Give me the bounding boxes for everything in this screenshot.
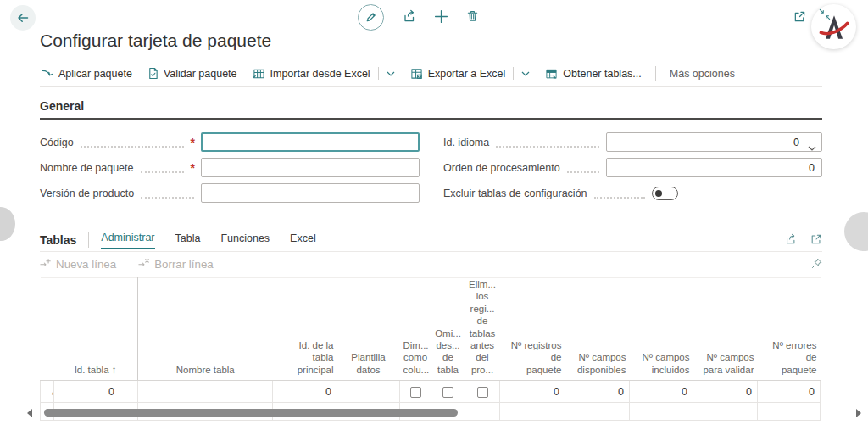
- nombre-paquete-label: Nombre de paquete: [40, 162, 134, 174]
- back-button[interactable]: [10, 5, 36, 31]
- codigo-field-row: Código *: [40, 132, 420, 152]
- dotted-leader: [141, 188, 194, 199]
- col-id-tabla[interactable]: Id. tabla ↑: [54, 278, 120, 381]
- col-omitir-desc-tabla[interactable]: Omi... des... de tabla: [431, 278, 465, 381]
- scroll-left-arrow[interactable]: [27, 409, 32, 417]
- focused-cell[interactable]: [120, 381, 138, 403]
- tab-tabla[interactable]: Tabla: [175, 232, 201, 249]
- id-idioma-combobox[interactable]: [606, 132, 822, 152]
- chevron-down-icon[interactable]: [808, 139, 816, 154]
- plus-icon: [434, 9, 448, 24]
- plantilla-datos-cell[interactable]: [337, 381, 400, 403]
- num-registros-cell[interactable]: 0: [500, 381, 565, 403]
- col-focus: [120, 278, 138, 381]
- tables-tab-strip: Administrar Tabla Funciones Excel: [101, 232, 315, 249]
- separator: [88, 232, 89, 248]
- col-num-campos-disponibles[interactable]: Nº campos disponibles: [565, 278, 630, 381]
- get-tables-button[interactable]: Obtener tablas...: [543, 68, 643, 80]
- trash-icon: [466, 9, 479, 23]
- tab-administrar[interactable]: Administrar: [101, 232, 154, 249]
- orden-procesamiento-field-row: Orden de procesamiento: [443, 158, 822, 177]
- scroll-right-arrow[interactable]: [856, 409, 861, 417]
- codigo-input[interactable]: [201, 132, 420, 152]
- import-from-excel-button[interactable]: Importar desde Excel: [251, 68, 372, 80]
- col-num-campos-incluidos[interactable]: Nº campos incluidos: [630, 278, 693, 381]
- version-producto-input[interactable]: [201, 183, 420, 203]
- chevron-down-icon: [521, 71, 530, 76]
- col-num-errores[interactable]: Nº errores de paquete: [758, 278, 821, 381]
- share-icon: [784, 233, 797, 245]
- pin-button[interactable]: [811, 258, 822, 271]
- table-excel-icon: [410, 68, 423, 80]
- more-options-button[interactable]: Más opciones: [668, 68, 737, 80]
- nombre-paquete-input[interactable]: [201, 158, 420, 177]
- pencil-icon: [364, 11, 377, 24]
- popout-icon: [793, 10, 806, 23]
- row-selector-cell[interactable]: →: [41, 381, 54, 403]
- checkbox-unchecked[interactable]: [442, 387, 453, 398]
- num-campos-incluidos-cell[interactable]: 0: [630, 381, 693, 403]
- dotted-leader: [594, 188, 645, 199]
- delete-record-button[interactable]: [466, 9, 479, 25]
- num-campos-disponibles-cell[interactable]: 0: [565, 381, 630, 403]
- import-dropdown-button[interactable]: [385, 71, 397, 76]
- num-campos-validar-cell[interactable]: 0: [693, 381, 758, 403]
- col-nombre-tabla[interactable]: Nombre tabla: [138, 278, 273, 381]
- col-num-registros[interactable]: Nº registros de paquete: [500, 278, 565, 381]
- dim-como-columna-cell[interactable]: [400, 381, 431, 403]
- table-get-icon: [545, 68, 558, 80]
- dotted-leader: [567, 163, 599, 173]
- excluir-tablas-toggle[interactable]: [652, 187, 678, 200]
- export-dropdown-button[interactable]: [520, 71, 531, 76]
- tables-section: Tablas Administrar Tabla Funciones Excel: [40, 229, 822, 421]
- col-plantilla-datos[interactable]: Plantilla datos: [337, 278, 400, 381]
- checkbox-unchecked[interactable]: [477, 387, 488, 398]
- tab-excel[interactable]: Excel: [290, 232, 316, 249]
- current-row-arrow-icon: →: [46, 386, 54, 398]
- tables-title[interactable]: Tablas: [40, 233, 76, 247]
- delete-line-label: Borrar línea: [154, 258, 214, 271]
- top-bar: [0, 0, 868, 34]
- id-idioma-input[interactable]: [606, 132, 822, 152]
- general-heading[interactable]: General: [40, 99, 822, 120]
- codigo-label: Código: [40, 137, 74, 148]
- orden-procesamiento-input[interactable]: [606, 158, 822, 177]
- apply-arrow-icon: [42, 68, 53, 79]
- collapse-button[interactable]: [819, 8, 831, 23]
- share-icon: [402, 9, 416, 23]
- export-to-excel-button[interactable]: Exportar a Excel: [409, 68, 508, 80]
- popout-icon: [810, 233, 822, 245]
- version-producto-field-row: Versión de producto: [40, 183, 420, 203]
- tab-funciones[interactable]: Funciones: [220, 232, 270, 249]
- scrollbar-thumb[interactable]: [44, 409, 458, 417]
- excluir-tablas-field-row: Excluir tablas de configuración: [443, 183, 822, 203]
- excluir-tablas-label: Excluir tablas de configuración: [443, 187, 587, 199]
- required-marker: *: [191, 161, 195, 175]
- eliminar-registros-cell[interactable]: [465, 381, 500, 403]
- share-button[interactable]: [402, 9, 416, 25]
- horizontal-scrollbar[interactable]: [27, 408, 861, 417]
- col-num-campos-validar[interactable]: Nº campos para validar: [693, 278, 758, 381]
- new-record-button[interactable]: [434, 9, 448, 26]
- col-eliminar-registros[interactable]: Elim... los regi... de tablas antes del …: [465, 278, 500, 381]
- omitir-desc-tabla-cell[interactable]: [431, 381, 465, 403]
- apply-package-button[interactable]: Aplicar paquete: [40, 68, 134, 80]
- id-tabla-principal-cell[interactable]: 0: [273, 381, 337, 403]
- grid-header-row: Id. tabla ↑ Nombre tabla Id. de la tabla…: [41, 278, 821, 381]
- open-in-new-window-button[interactable]: [793, 10, 806, 25]
- col-dim-como-columna[interactable]: Dim... como colu...: [400, 278, 431, 381]
- col-id-tabla-principal[interactable]: Id. de la tabla principal: [273, 278, 337, 381]
- num-errores-cell[interactable]: 0: [758, 381, 821, 403]
- separator: [655, 66, 656, 81]
- floating-widget-left: [0, 207, 15, 241]
- validate-package-button[interactable]: Validar paquete: [146, 67, 239, 80]
- checkbox-unchecked[interactable]: [410, 387, 421, 398]
- action-bar: Aplicar paquete Validar paquete Importar…: [40, 64, 822, 87]
- expand-part-button[interactable]: [810, 233, 822, 248]
- edit-button[interactable]: [358, 4, 384, 31]
- new-line-button[interactable]: Nueva línea: [40, 258, 116, 271]
- share-part-button[interactable]: [784, 233, 797, 248]
- nombre-tabla-cell[interactable]: [138, 381, 273, 403]
- delete-line-button[interactable]: Borrar línea: [138, 258, 214, 271]
- id-tabla-cell[interactable]: 0: [54, 381, 120, 403]
